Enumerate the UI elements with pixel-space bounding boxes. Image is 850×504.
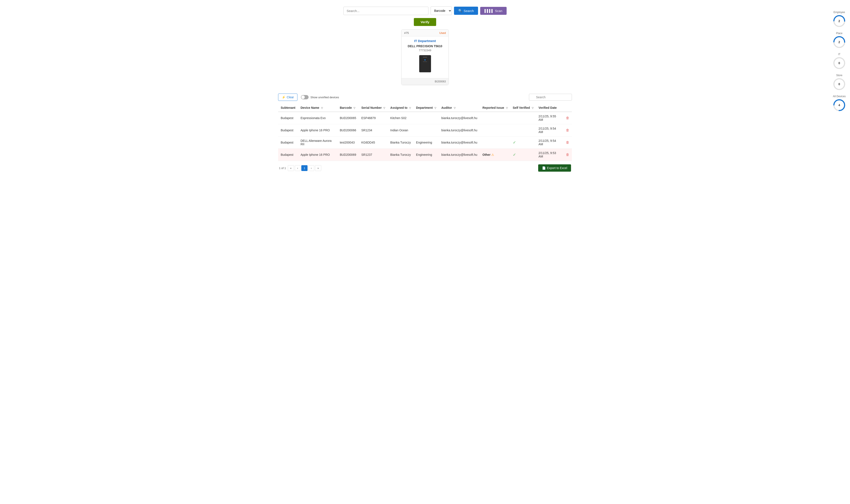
- first-page-button[interactable]: «: [288, 165, 294, 171]
- auditor-cell: bianka.turoczy@livesoft.hu: [439, 137, 480, 149]
- table-area: ⚡ Clear Show unvirfied devices 🔍: [275, 93, 575, 172]
- power-led: [424, 59, 426, 60]
- scan-button[interactable]: ▌▌▌▌ Scan: [480, 7, 507, 15]
- last-page-button[interactable]: »: [315, 165, 321, 171]
- table-body: BudapestEspressionata EvoBUD200065ESP468…: [278, 112, 572, 161]
- assigned-to-cell: Bianka Turoczy: [388, 137, 413, 149]
- filter-dept-icon[interactable]: ▽: [434, 107, 436, 109]
- reported-issue-cell: [480, 137, 510, 149]
- employee-stat: Employee 2: [833, 11, 846, 28]
- all-devices-label: All Devices: [833, 95, 846, 98]
- verify-area: Verify: [414, 18, 436, 26]
- table-row: BudapestApple Iphone 16 PROBUD200069SR12…: [278, 149, 572, 161]
- filter-serial-icon[interactable]: ▽: [383, 107, 385, 109]
- search-button[interactable]: 🔍 Search: [454, 7, 478, 15]
- self-verified-cell: ✓: [510, 137, 536, 149]
- toggle-knob: [301, 95, 305, 99]
- svg-text:2: 2: [838, 19, 840, 23]
- it-stat: IT 0: [833, 53, 846, 70]
- pagination-area: 1 of 1 « ‹ 1 › » 📄 Export to Excel: [278, 164, 572, 172]
- check-icon: ✓: [513, 152, 516, 157]
- it-gauge: 0: [833, 57, 846, 70]
- col-reported-issue: Reported Issue ▽: [480, 104, 510, 112]
- svg-text:2: 2: [838, 40, 840, 44]
- department-cell: [413, 124, 439, 137]
- verified-date-cell: 2/11/25, 9:54 AM: [536, 124, 563, 137]
- reported-issue-cell: [480, 112, 510, 124]
- col-actions: [563, 104, 572, 112]
- col-auditor: Auditor ▽: [439, 104, 480, 112]
- device-name-cell: Apple Iphone 16 PRO: [298, 124, 337, 137]
- filter-issue-icon[interactable]: ▽: [506, 107, 508, 109]
- unverified-toggle[interactable]: [301, 95, 309, 100]
- col-verified-date: Verified Date: [536, 104, 563, 112]
- delete-cell: 🗑: [563, 124, 572, 137]
- self-verified-cell: ✓: [510, 149, 536, 161]
- svg-text:0: 0: [838, 61, 840, 65]
- prev-page-button[interactable]: ‹: [295, 165, 300, 171]
- serial-cell: SR1234: [359, 124, 388, 137]
- employee-gauge: 2: [833, 15, 846, 28]
- clear-button[interactable]: ⚡ Clear: [278, 93, 297, 101]
- svg-text:4: 4: [838, 104, 840, 107]
- asset-barcode: BI200063: [435, 80, 446, 83]
- all-devices-gauge: 4: [833, 99, 846, 112]
- page-buttons: « ‹ 1 › »: [288, 165, 321, 171]
- verified-date-cell: 2/11/25, 9:53 AM: [536, 149, 563, 161]
- device-name-cell: DELL Alienware Aurora RII: [298, 137, 337, 149]
- table-controls: ⚡ Clear Show unvirfied devices 🔍: [278, 93, 572, 101]
- right-sidebar: Employee 2 Place 2 IT 0 Store 0 All Devi…: [833, 11, 846, 112]
- asset-status: Used: [439, 31, 446, 35]
- department-cell: [413, 112, 439, 124]
- subtenant-cell: Budapest: [278, 124, 298, 137]
- excel-icon: 📄: [542, 166, 546, 170]
- asset-card-body: IT Department DELL PRECISION T5610 77731…: [402, 36, 448, 78]
- table-row: BudapestDELL Alienware Aurora RIItest200…: [278, 137, 572, 149]
- next-page-button[interactable]: ›: [308, 165, 314, 171]
- warning-icon: ⚠: [491, 153, 494, 157]
- filter-assigned-icon[interactable]: ▽: [409, 107, 411, 109]
- table-row: BudapestEspressionata EvoBUD200065ESP468…: [278, 112, 572, 124]
- department-cell: Engineering: [413, 137, 439, 149]
- table-search-input[interactable]: [529, 94, 572, 101]
- export-button[interactable]: 📄 Export to Excel: [538, 164, 571, 172]
- delete-icon[interactable]: 🗑: [566, 141, 569, 144]
- asset-id: #75: [404, 31, 409, 35]
- filter-barcode-icon[interactable]: ▽: [353, 107, 355, 109]
- barcode-type-select[interactable]: Barcode: [431, 6, 452, 15]
- filter-device-name-icon[interactable]: ▽: [321, 107, 323, 109]
- delete-icon[interactable]: 🗑: [566, 116, 569, 120]
- verify-button[interactable]: Verify: [414, 18, 436, 26]
- col-barcode: Barcode ▽: [337, 104, 359, 112]
- barcode-search-input[interactable]: BI200063: [343, 7, 429, 15]
- place-stat: Place 2: [833, 32, 846, 49]
- place-label: Place: [836, 32, 843, 35]
- delete-cell: 🗑: [563, 137, 572, 149]
- search-area: BI200063 Barcode 🔍 Search ▌▌▌▌ Scan: [343, 6, 507, 15]
- col-device-name: Device Name ▽: [298, 104, 337, 112]
- page-1-button[interactable]: 1: [301, 165, 308, 171]
- subtenant-cell: Budapest: [278, 112, 298, 124]
- serial-cell: SR1237: [359, 149, 388, 161]
- self-verified-cell: [510, 124, 536, 137]
- filter-verified-icon[interactable]: ▽: [532, 107, 534, 109]
- serial-cell: KG6DD45: [359, 137, 388, 149]
- asset-serial: 77731549: [404, 49, 446, 52]
- filter-auditor-icon[interactable]: ▽: [454, 107, 455, 109]
- device-name-cell: Apple Iphone 16 PRO: [298, 149, 337, 161]
- col-assigned-to: Assigned to ▽: [388, 104, 413, 112]
- self-verified-cell: [510, 112, 536, 124]
- asset-card-footer: BI200063: [402, 78, 448, 85]
- assigned-to-cell: Kitchen S02: [388, 112, 413, 124]
- filter-icon: ⚡: [282, 95, 285, 99]
- barcode-cell: BUD200069: [337, 149, 359, 161]
- delete-icon[interactable]: 🗑: [566, 128, 569, 132]
- assigned-to-cell: Indian Ocean: [388, 124, 413, 137]
- asset-image: [416, 54, 434, 73]
- subtenant-cell: Budapest: [278, 137, 298, 149]
- asset-name: DELL PRECISION T5610: [404, 44, 446, 48]
- delete-icon[interactable]: 🗑: [566, 153, 569, 157]
- employee-label: Employee: [833, 11, 845, 14]
- barcode-icon: ▌▌▌▌: [485, 9, 494, 13]
- asset-card: #75 Used IT Department DELL PRECISION T5…: [401, 30, 449, 85]
